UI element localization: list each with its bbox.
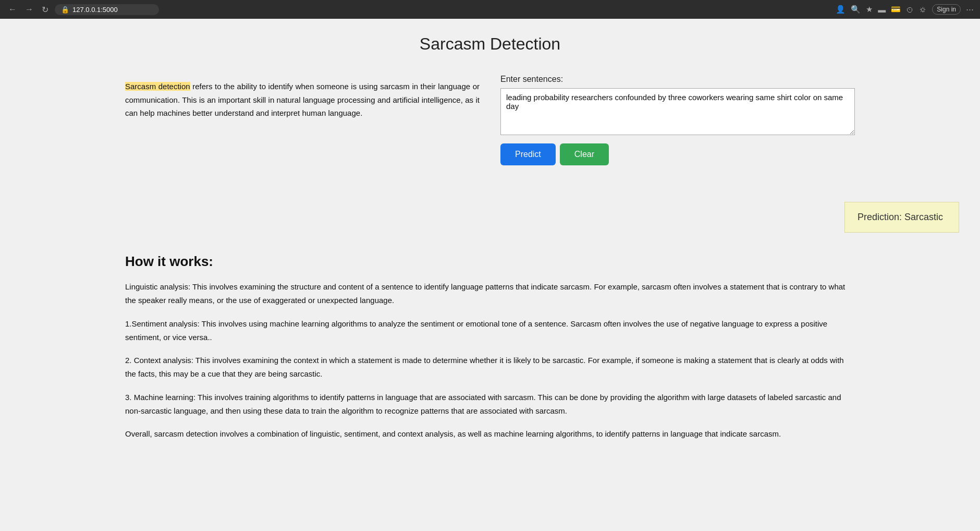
how-it-works-content: Linguistic analysis: This involves exami… xyxy=(125,280,855,441)
browser-icons: 👤 🔍 ★ ▬ 💳 ⏲ ⛭ Sign in ⋯ xyxy=(836,4,974,15)
lock-icon: 🔒 xyxy=(61,6,69,14)
extensions-icon[interactable]: ▬ xyxy=(878,5,886,14)
address-text: 127.0.0.1:5000 xyxy=(72,6,118,14)
context-analysis-text: 2. Context analysis: This involves exami… xyxy=(125,354,855,381)
overall-text: Overall, sarcasm detection involves a co… xyxy=(125,427,855,441)
intro-text: Sarcasm detection refers to the ability … xyxy=(125,69,480,171)
bookmark-star-icon[interactable]: ★ xyxy=(866,5,873,14)
zoom-icon[interactable]: 🔍 xyxy=(851,5,861,14)
reload-button[interactable]: ↻ xyxy=(40,4,51,16)
result-row: Prediction: Sarcastic xyxy=(21,171,959,233)
profile-icon[interactable]: 👤 xyxy=(836,5,846,14)
timer-icon[interactable]: ⏲ xyxy=(906,5,914,14)
prediction-result: Prediction: Sarcastic xyxy=(844,202,959,233)
predict-button[interactable]: Predict xyxy=(500,143,556,165)
browser-chrome: ← → ↻ 🔒 127.0.0.1:5000 👤 🔍 ★ ▬ 💳 ⏲ ⛭ Sig… xyxy=(0,0,980,19)
sign-in-button[interactable]: Sign in xyxy=(932,4,961,15)
clear-button[interactable]: Clear xyxy=(560,143,609,165)
address-bar[interactable]: 🔒 127.0.0.1:5000 xyxy=(55,4,159,15)
linguistic-analysis-text: Linguistic analysis: This involves exami… xyxy=(125,280,855,308)
page-content: Sarcasm Detection Sarcasm detection refe… xyxy=(0,19,980,471)
settings-icon[interactable]: ⛭ xyxy=(919,5,927,14)
input-label: Enter sentences: xyxy=(500,75,855,84)
button-row: Predict Clear xyxy=(500,143,855,165)
how-it-works-title: How it works: xyxy=(125,254,855,270)
page-title: Sarcasm Detection xyxy=(21,34,959,54)
intro-highlight: Sarcasm detection xyxy=(125,82,190,91)
main-grid: Sarcasm detection refers to the ability … xyxy=(125,69,855,171)
sentence-input[interactable]: leading probability researchers confound… xyxy=(500,88,855,135)
forward-button[interactable]: → xyxy=(23,4,35,15)
wallet-icon[interactable]: 💳 xyxy=(891,5,901,14)
how-it-works-section: How it works: Linguistic analysis: This … xyxy=(125,254,855,441)
menu-icon[interactable]: ⋯ xyxy=(966,5,974,14)
sentiment-analysis-text: 1.Sentiment analysis: This involves usin… xyxy=(125,317,855,345)
machine-learning-text: 3. Machine learning: This involves train… xyxy=(125,391,855,418)
right-panel: Enter sentences: leading probability res… xyxy=(500,69,855,171)
back-button[interactable]: ← xyxy=(6,4,19,15)
